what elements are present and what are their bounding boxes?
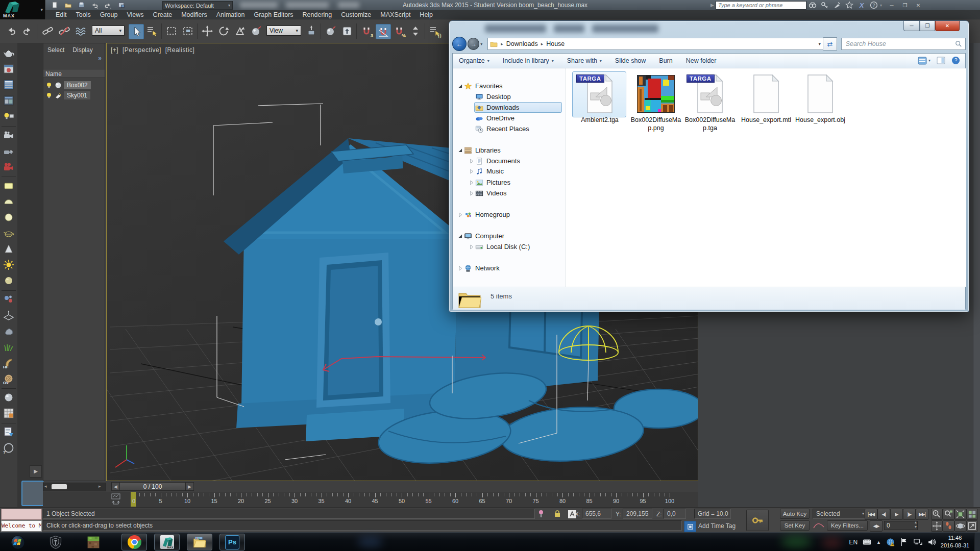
collapsed-command-panel[interactable]	[973, 43, 980, 532]
sphere-icon[interactable]	[3, 391, 15, 404]
keyboard-shortcut-override-button[interactable]	[340, 24, 354, 38]
file-tile[interactable]: Box002DiffuseMap.png	[629, 72, 682, 132]
breadcrumb-house[interactable]: House	[546, 40, 565, 47]
rect-light-icon[interactable]	[3, 180, 15, 192]
sidebar-section-label[interactable]: Homegroup	[475, 211, 510, 218]
collapsed-arrow-icon[interactable]	[468, 243, 475, 251]
sidebar-item-label[interactable]: Local Disk (C:)	[486, 243, 530, 251]
time-slider[interactable]: ◀ 0 / 100 ▶	[111, 482, 194, 491]
scene-node-row[interactable]: Sky001	[43, 90, 105, 100]
scrollbar-thumb[interactable]	[52, 484, 67, 489]
selection-filter-dropdown[interactable]: All▾	[92, 26, 125, 36]
render-production-icon[interactable]	[3, 47, 15, 59]
viewport-label[interactable]: [+] [Perspective] [Realistic]	[111, 46, 197, 54]
sidebar-item-recentplaces[interactable]: Recent Places	[468, 123, 529, 134]
file-tile[interactable]: House_export.mtl	[740, 72, 793, 124]
select-and-move-button[interactable]	[200, 24, 214, 38]
taskbar-app-world-of-tanks[interactable]	[45, 534, 66, 550]
key-step-mode-button[interactable]: ◀▶	[870, 520, 883, 532]
color-swatch-button[interactable]	[21, 481, 44, 506]
tab-display[interactable]: Display	[68, 44, 96, 55]
more-tabs-chevron[interactable]: »	[98, 55, 102, 62]
taskbar-app-chrome[interactable]	[121, 534, 147, 550]
sidebar-item-downloads[interactable]: Downloads	[468, 102, 519, 113]
key-filters-button[interactable]: Key Filters...	[827, 520, 868, 531]
sidebar-item-documents[interactable]: Documents	[468, 156, 520, 166]
flag-icon[interactable]	[900, 538, 909, 546]
sidebar-item-videos[interactable]: Videos	[468, 188, 507, 198]
name-column-header[interactable]: Name	[43, 69, 105, 78]
show-keys-toggle-icon[interactable]	[111, 493, 120, 506]
frame-spinner[interactable]: ▴▾	[915, 520, 917, 529]
sidebar-section-label[interactable]: Favorites	[475, 82, 502, 90]
snaps-toggle-button[interactable]: 3	[359, 24, 374, 38]
wire-teapot-icon[interactable]	[3, 227, 15, 239]
scroll-left-icon[interactable]: ◂	[44, 484, 47, 489]
collapsed-arrow-icon[interactable]	[468, 179, 475, 186]
select-and-link-button[interactable]	[41, 24, 55, 38]
address-bar[interactable]: ▸ Downloads ▸ House ▾	[487, 38, 823, 50]
add-time-tag[interactable]: Add Time Tag	[698, 522, 736, 530]
menu-help[interactable]: Help	[415, 10, 437, 19]
set-keys-button[interactable]	[746, 510, 769, 531]
search-box[interactable]	[841, 38, 966, 50]
sidebar-section-favorites[interactable]: Favorites	[457, 81, 502, 91]
go-to-end-button[interactable]: ▶▶|	[916, 509, 928, 520]
expanded-arrow-icon[interactable]	[457, 233, 464, 240]
expand-panel-button[interactable]: ▶	[30, 465, 42, 478]
light-lister-icon[interactable]	[3, 110, 15, 122]
sidebar-item-pictures[interactable]: Pictures	[468, 177, 510, 188]
reference-coordinate-dropdown[interactable]: View▾	[266, 26, 301, 36]
command-include-in-library[interactable]: Include in library▾	[503, 57, 554, 64]
isolate-selection-icon[interactable]	[537, 510, 545, 518]
menu-edit[interactable]: Edit	[51, 10, 71, 19]
select-and-manipulate-button[interactable]	[249, 24, 263, 38]
sidebar-section-homegroup[interactable]: Homegroup	[457, 209, 510, 220]
new-file-icon[interactable]	[49, 1, 60, 10]
tab-select[interactable]: Select	[43, 44, 68, 55]
search-input[interactable]	[845, 40, 955, 48]
menu-group[interactable]: Group	[95, 10, 122, 19]
file-name[interactable]: House_export.mtl	[741, 116, 792, 124]
sidebar-item-desktop[interactable]: Desktop	[468, 91, 511, 102]
preview-pane-button[interactable]	[937, 57, 945, 64]
current-frame-field[interactable]	[884, 521, 918, 530]
environment-dialog-icon[interactable]	[3, 94, 15, 107]
play-button[interactable]: ▶	[890, 509, 903, 520]
time-slider-thumb[interactable]: 0 / 100	[120, 482, 186, 491]
time-tag-icon[interactable]	[684, 521, 696, 532]
scene-node-label[interactable]: Box002	[64, 81, 91, 89]
angle-snap-button[interactable]	[376, 24, 391, 39]
refresh-button[interactable]: ⇄	[823, 37, 837, 51]
file-tile[interactable]: TARGAAmbient2.tga	[573, 72, 626, 124]
expand-arrow-icon[interactable]: ▶	[710, 3, 714, 8]
dome-light-icon[interactable]	[3, 195, 15, 208]
rectangular-selection-button[interactable]	[164, 24, 179, 38]
render-setup-dialog-icon[interactable]	[3, 79, 15, 91]
file-tile[interactable]: House_export.obj	[794, 72, 847, 124]
recent-pages-dropdown-icon[interactable]: ▾	[480, 42, 482, 46]
save-icon[interactable]	[76, 1, 87, 10]
cone-icon[interactable]	[3, 243, 15, 255]
viewport-shading-menu[interactable]: [Realistic]	[165, 46, 195, 54]
pan-button[interactable]	[931, 520, 943, 532]
file-name[interactable]: Ambient2.tga	[574, 116, 625, 124]
zoom-button[interactable]	[931, 509, 943, 520]
show-hidden-icons[interactable]: ▲	[876, 540, 881, 545]
keyboard-icon[interactable]	[863, 538, 871, 546]
maximize-viewport-toggle-button[interactable]	[966, 520, 978, 532]
sidebar-item-label[interactable]: Videos	[486, 189, 507, 197]
close-button[interactable]: ✕	[935, 21, 960, 31]
collapsed-arrow-icon[interactable]	[468, 158, 475, 165]
help-dropdown-icon[interactable]: ▾	[880, 3, 882, 8]
network-icon[interactable]	[914, 538, 922, 546]
use-pivot-point-center-button[interactable]	[304, 24, 318, 38]
select-and-rotate-button[interactable]	[216, 24, 231, 38]
scroll-right-icon[interactable]: ▸	[99, 484, 101, 489]
y-coordinate-field[interactable]: 209,155	[623, 509, 652, 519]
key-curve-icon[interactable]	[813, 521, 825, 530]
named-selection-sets-button[interactable]: {}	[428, 24, 442, 38]
menu-maxscript[interactable]: MAXScript	[376, 10, 415, 19]
collapsed-arrow-icon[interactable]	[468, 190, 475, 197]
sidebar-item-localdiskc[interactable]: Local Disk (C:)	[468, 241, 530, 252]
